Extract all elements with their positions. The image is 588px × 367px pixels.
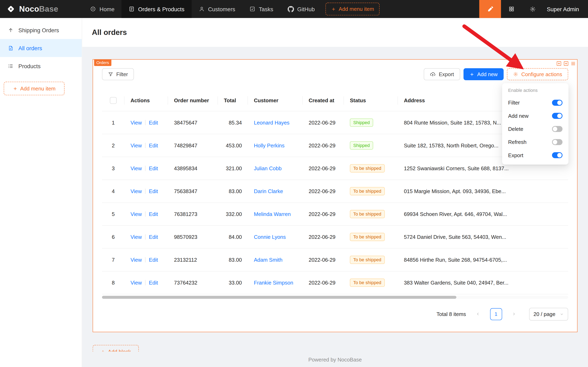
sidebar-add-menu-item-button[interactable]: Add menu item [4, 82, 65, 95]
settings-button[interactable] [522, 0, 543, 18]
view-link[interactable]: View [130, 142, 142, 148]
customer-link[interactable]: Leonard Hayes [254, 119, 289, 125]
menu-item-filter[interactable]: Filter [504, 96, 567, 109]
home-icon [90, 6, 96, 12]
customer-link[interactable]: Julian Cobb [254, 165, 282, 171]
filter-button-label: Filter [116, 71, 128, 77]
toggle-switch[interactable] [552, 152, 563, 158]
sidebar-item-products[interactable]: Products [0, 57, 82, 75]
edit-link[interactable]: Edit [149, 119, 158, 125]
menu-item-delete[interactable]: Delete [504, 122, 567, 135]
menu-item-export[interactable]: Export [504, 148, 567, 161]
menu-group-title: Enable actions [504, 86, 567, 96]
add-new-button[interactable]: Add new [463, 68, 504, 80]
export-button[interactable]: Export [424, 68, 460, 80]
toggle-switch[interactable] [552, 100, 563, 106]
menu-item-label: Refresh [508, 139, 527, 145]
menu-item-label: Delete [508, 126, 523, 132]
menu-item-home[interactable]: Home [83, 0, 122, 18]
next-page-button[interactable] [508, 308, 520, 320]
sidebar-item-shipping-orders[interactable]: Shipping Orders [0, 21, 82, 39]
table-row: 7 ViewEdit 23132112 83.00 Adam Smith 202… [102, 248, 568, 271]
view-link[interactable]: View [130, 165, 142, 171]
edit-link[interactable]: Edit [149, 142, 158, 148]
tasks-icon [250, 6, 255, 12]
view-link[interactable]: View [130, 188, 142, 194]
created-at-cell: 2022-06-29 [302, 202, 344, 225]
customer-link[interactable]: Melinda Warren [254, 211, 291, 217]
edit-link[interactable]: Edit [149, 257, 158, 262]
row-actions: ViewEdit [125, 134, 168, 157]
sidebar-item-label: Shipping Orders [18, 27, 59, 33]
menu-item-label: GitHub [297, 6, 315, 12]
row-index: 7 [102, 248, 125, 271]
customer-cell: Frankie Simpson [248, 271, 302, 294]
user-menu[interactable]: Super Admin [543, 6, 588, 12]
customer-link[interactable]: Holly Perkins [254, 142, 284, 148]
menu-item-tasks[interactable]: Tasks [242, 0, 280, 18]
customer-cell: Julian Cobb [248, 157, 302, 180]
filter-button[interactable]: Filter [102, 68, 134, 80]
add-menu-item-button[interactable]: Add menu item [326, 3, 380, 15]
view-link[interactable]: View [130, 211, 142, 217]
menu-item-add-new[interactable]: Add new [504, 109, 567, 122]
menu-item-customers[interactable]: Customers [192, 0, 242, 18]
add-action-icon[interactable] [563, 60, 569, 66]
add-column-icon[interactable] [556, 60, 562, 66]
main-menu: Home Orders & Products Customers Tasks [83, 0, 322, 18]
table-header-row: Actions Order number Total Customer Crea… [102, 91, 568, 111]
status-cell: To be shipped [344, 202, 398, 225]
order-number-cell: 43895834 [168, 157, 218, 180]
menu-item-refresh[interactable]: Refresh [504, 135, 567, 148]
edit-link[interactable]: Edit [149, 234, 158, 240]
toggle-switch[interactable] [552, 126, 563, 132]
customer-link[interactable]: Adam Smith [254, 257, 282, 262]
row-index: 2 [102, 134, 125, 157]
page-number-button[interactable]: 1 [490, 308, 502, 320]
menu-item-label: Customers [208, 6, 235, 12]
customer-link[interactable]: Connie Lyons [254, 234, 286, 240]
menu-item-orders-products[interactable]: Orders & Products [122, 0, 192, 18]
toggle-switch[interactable] [552, 139, 563, 145]
view-link[interactable]: View [130, 119, 142, 125]
add-menu-item-label: Add menu item [339, 6, 374, 12]
sidebar: Shipping Orders All orders Products Add … [0, 18, 82, 367]
add-block-label: Add block [108, 349, 131, 352]
sidebar-item-all-orders[interactable]: All orders [0, 39, 82, 57]
row-index: 5 [102, 202, 125, 225]
menu-item-github[interactable]: GitHub [280, 0, 322, 18]
created-at-cell: 2022-06-29 [302, 180, 344, 202]
toggle-switch[interactable] [552, 113, 563, 119]
created-at-cell: 2022-06-29 [302, 271, 344, 294]
edit-link[interactable]: Edit [149, 211, 158, 217]
block-settings-icon[interactable] [570, 60, 576, 66]
view-link[interactable]: View [130, 257, 142, 262]
total-cell: 85.34 [218, 111, 248, 134]
status-badge: To be shipped [350, 278, 385, 287]
total-cell: 321.00 [218, 157, 248, 180]
configure-actions-button[interactable]: Configure actions [507, 68, 568, 80]
customer-link[interactable]: Frankie Simpson [254, 279, 293, 285]
chevron-left-icon [476, 312, 480, 316]
ui-editor-button[interactable] [479, 0, 501, 18]
view-link[interactable]: View [130, 234, 142, 240]
customer-link[interactable]: Darin Clarke [254, 188, 283, 194]
edit-link[interactable]: Edit [149, 188, 158, 194]
scrollbar-thumb[interactable] [102, 296, 456, 299]
page-size-select[interactable]: 20 / page [529, 308, 568, 320]
created-at-cell: 2022-06-29 [302, 134, 344, 157]
edit-link[interactable]: Edit [149, 279, 158, 285]
select-all-checkbox[interactable] [110, 97, 117, 104]
order-number-cell: 38475647 [168, 111, 218, 134]
status-badge: To be shipped [350, 233, 385, 241]
edit-link[interactable]: Edit [149, 165, 158, 171]
previous-page-button[interactable] [472, 308, 484, 320]
plugin-manager-button[interactable] [501, 0, 522, 18]
table-row: 1 ViewEdit 38475647 85.34 Leonard Hayes … [102, 111, 568, 134]
status-cell: To be shipped [344, 248, 398, 271]
add-block-button[interactable]: Add block [93, 345, 139, 352]
order-number-cell: 98570923 [168, 225, 218, 248]
pagination-total: Total 8 items [437, 311, 466, 317]
view-link[interactable]: View [130, 279, 142, 285]
address-cell: 5724 Daniel Drive, Suite 563, 54403, Wen… [398, 225, 568, 248]
